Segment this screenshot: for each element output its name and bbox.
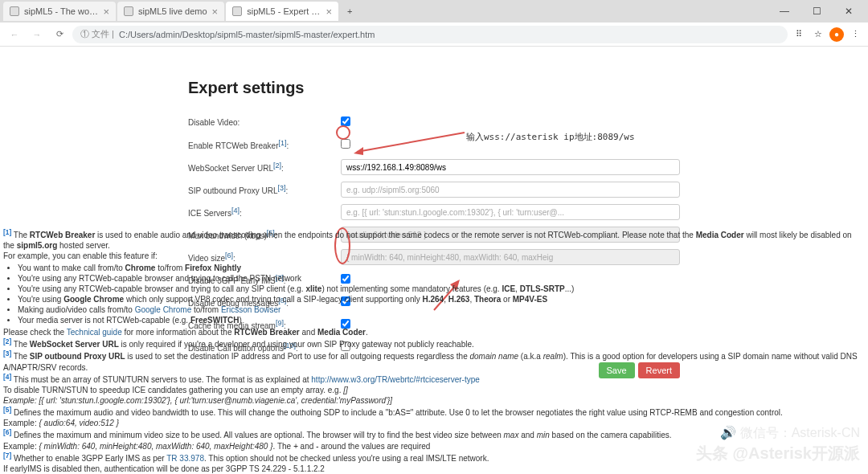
watermark-line-1: 🔊 微信号：Asterisk-CN bbox=[720, 425, 860, 442]
browser-tab-1[interactable]: sipML5 - The world's first open...× bbox=[3, 2, 116, 21]
menu-icon[interactable]: ⋮ bbox=[847, 27, 863, 43]
address-bar: ← → ⟳ ① 文件 | C:/Users/admin/Desktop/sipm… bbox=[0, 22, 868, 47]
profile-avatar[interactable]: ● bbox=[829, 27, 844, 42]
back-button[interactable]: ← bbox=[5, 25, 24, 44]
close-icon[interactable]: × bbox=[326, 6, 333, 18]
maximize-button[interactable]: ☐ bbox=[800, 0, 833, 22]
browser-tab-bar: sipML5 - The world's first open...× sipM… bbox=[0, 0, 868, 22]
browser-tab-2[interactable]: sipML5 live demo× bbox=[117, 2, 224, 21]
close-icon[interactable]: × bbox=[212, 6, 219, 18]
annotation-text: 输入wss://asterisk ip地址:8089/ws bbox=[466, 131, 635, 143]
enable-rtcweb-breaker-checkbox[interactable] bbox=[341, 139, 350, 149]
new-tab-button[interactable]: + bbox=[340, 2, 359, 21]
sip-proxy-input[interactable] bbox=[341, 182, 680, 198]
page-title: Expert settings bbox=[188, 79, 680, 97]
ice-servers-input[interactable] bbox=[341, 204, 680, 220]
watermark-line-2: 头条 @Asterisk开源派 bbox=[696, 443, 860, 464]
bookmark-icon[interactable]: ☆ bbox=[810, 27, 826, 43]
websocket-url-input[interactable] bbox=[341, 159, 680, 175]
disable-video-checkbox[interactable] bbox=[341, 116, 350, 126]
browser-tab-3[interactable]: sipML5 - Expert mode× bbox=[226, 2, 338, 21]
url-input[interactable]: ① 文件 | C:/Users/admin/Desktop/sipml5-mas… bbox=[72, 26, 788, 43]
minimize-button[interactable]: — bbox=[768, 0, 800, 22]
close-window-button[interactable]: ✕ bbox=[833, 0, 865, 22]
forward-button[interactable]: → bbox=[27, 25, 47, 44]
close-icon[interactable]: × bbox=[103, 6, 109, 18]
translate-icon[interactable]: ⠿ bbox=[791, 27, 807, 43]
reload-button[interactable]: ⟳ bbox=[50, 25, 69, 44]
